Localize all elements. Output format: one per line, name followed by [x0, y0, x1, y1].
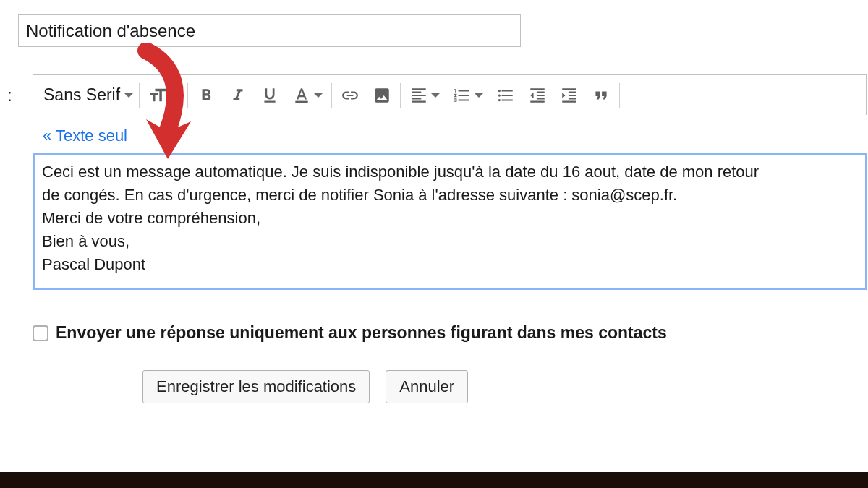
toolbar-divider [331, 83, 332, 108]
contacts-only-label: Envoyer une réponse uniquement aux perso… [56, 323, 667, 343]
font-size-dropdown[interactable] [142, 80, 184, 111]
message-line: Bien à vous, [42, 230, 858, 253]
quote-icon [592, 86, 610, 105]
toolbar-divider [139, 83, 140, 108]
font-family-label: Sans Serif [43, 85, 120, 105]
image-button[interactable] [367, 80, 397, 111]
chevron-down-icon [314, 93, 323, 98]
cancel-button[interactable]: Annuler [386, 370, 468, 403]
link-button[interactable] [335, 80, 365, 111]
text-only-link[interactable]: « Texte seul [33, 115, 850, 153]
toolbar-divider [400, 83, 401, 108]
align-left-icon [409, 86, 428, 105]
toolbar-divider [187, 83, 188, 108]
link-icon [341, 86, 359, 105]
text-color-dropdown[interactable] [286, 80, 328, 111]
indent-increase-icon [560, 86, 579, 105]
font-size-icon [148, 85, 168, 106]
action-buttons: Enregistrer les modifications Annuler [142, 370, 850, 403]
italic-button[interactable] [223, 80, 253, 111]
bullet-list-icon [496, 86, 515, 105]
bold-button[interactable] [191, 80, 221, 111]
text-color-icon [292, 86, 311, 105]
italic-icon [229, 86, 247, 105]
chevron-down-icon [431, 93, 440, 98]
bottom-dark-strip [0, 472, 868, 488]
message-line: Merci de votre compréhension, [42, 207, 858, 230]
svg-rect-0 [295, 100, 307, 103]
indent-decrease-button[interactable] [522, 80, 553, 111]
numbered-list-icon [453, 86, 472, 105]
quote-button[interactable] [586, 80, 616, 111]
bold-icon [197, 86, 216, 105]
subject-input[interactable] [18, 14, 521, 47]
font-family-dropdown[interactable]: Sans Serif [41, 85, 136, 105]
numbered-list-dropdown[interactable] [447, 80, 489, 111]
message-line: Ceci est un message automatique. Je suis… [42, 160, 858, 184]
indent-increase-button[interactable] [554, 80, 584, 111]
chevron-down-icon [475, 93, 483, 98]
message-line: Pascal Dupont [42, 253, 858, 276]
field-label-colon: : [7, 85, 12, 106]
message-textarea[interactable]: Ceci est un message automatique. Je suis… [33, 153, 867, 290]
save-button[interactable]: Enregistrer les modifications [142, 370, 370, 403]
indent-decrease-icon [528, 86, 547, 105]
editor-bottom-border [33, 290, 867, 301]
underline-icon [260, 86, 279, 105]
bullet-list-button[interactable] [490, 80, 521, 111]
chevron-down-icon [124, 93, 133, 98]
toolbar-divider [619, 83, 620, 108]
message-line: de congés. En cas d'urgence, merci de no… [42, 184, 858, 207]
formatting-toolbar: Sans Serif [33, 74, 867, 115]
underline-button[interactable] [255, 80, 285, 111]
chevron-down-icon [171, 93, 179, 98]
contacts-only-checkbox[interactable] [33, 325, 48, 341]
contacts-only-row: Envoyer une réponse uniquement aux perso… [33, 323, 850, 343]
image-icon [373, 86, 391, 105]
align-dropdown[interactable] [404, 80, 446, 111]
